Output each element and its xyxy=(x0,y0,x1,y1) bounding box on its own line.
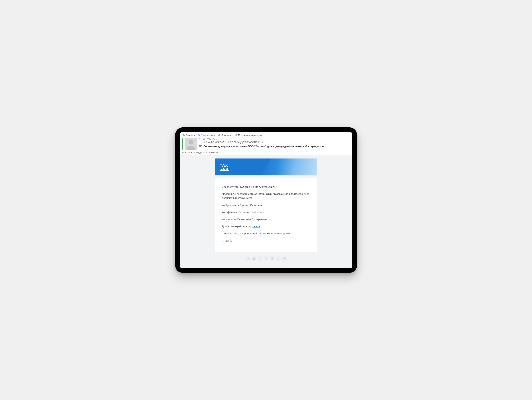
logo-line2: COM xyxy=(220,167,229,171)
email-from: ООО «Такском» <noreply@taxcom.ru> xyxy=(199,140,350,144)
accent-bar xyxy=(182,138,183,150)
thanks-line: Спасибо. xyxy=(222,239,310,243)
greeting-suffix: ! xyxy=(275,185,275,188)
im-label: Мгновенные сообщения xyxy=(238,134,263,136)
email-content-frame: TAX COM Здравствуйте, Булкаев Денис Анат… xyxy=(215,159,317,263)
forward-label: Переслать xyxy=(222,134,232,136)
cta-link[interactable]: ссылке xyxy=(252,225,260,228)
im-icon xyxy=(235,134,237,136)
employee-item: — Трофимов Даниил Иванович xyxy=(222,203,310,208)
taxcom-logo: TAX COM xyxy=(220,164,229,171)
social-ok[interactable] xyxy=(276,256,281,261)
intro-company: ООО "Такском" xyxy=(266,192,285,196)
cta-prefix: Для этого перейдите по xyxy=(222,225,252,228)
reply-all-button[interactable]: Ответить всем xyxy=(197,134,215,136)
employee-item: — Иванова Екатерина Дмитриевна xyxy=(222,217,310,222)
svg-point-5 xyxy=(278,258,279,259)
brand-banner: TAX COM xyxy=(215,159,317,175)
email-body-area[interactable]: TAX COM Здравствуйте, Булкаев Денис Анат… xyxy=(180,155,352,268)
greeting-line: Здравствуйте, Булкаев Денис Анатольевич! xyxy=(222,185,310,189)
social-row xyxy=(215,252,317,262)
email-card: Здравствуйте, Булкаев Денис Анатольевич!… xyxy=(215,178,317,252)
social-vk[interactable] xyxy=(258,256,262,261)
reply-all-label: Ответить всем xyxy=(201,134,215,136)
reply-label: Ответить xyxy=(185,134,195,136)
forward-button[interactable]: Переслать xyxy=(218,134,232,136)
presence-indicator xyxy=(189,152,190,153)
employee-item: — Ефимова Татьяна Семёновна xyxy=(222,210,310,215)
to-recipient: Булкаев Денис Анатольевич; xyxy=(191,151,218,154)
greeting-prefix: Здравствуйте, xyxy=(222,185,240,188)
intro-line: Подпишите доверенности от имени ООО "Так… xyxy=(222,192,310,200)
sender-avatar xyxy=(185,138,197,150)
svg-point-1 xyxy=(189,140,193,145)
svg-point-3 xyxy=(253,258,254,259)
social-twitter[interactable] xyxy=(270,256,275,261)
sender-line: Отправитель доверенностей Шилов Кирилл В… xyxy=(222,232,310,236)
greeting-name: Булкаев Денис Анатольевич xyxy=(240,185,275,188)
im-button[interactable]: Мгновенные сообщения xyxy=(235,134,263,136)
email-header: Ср 10.01.2024 12:03 ООО «Такском» <norep… xyxy=(180,137,352,150)
logo-line1: TAX xyxy=(220,164,229,167)
social-youtube[interactable] xyxy=(245,256,250,261)
reply-all-icon xyxy=(197,134,200,136)
forward-icon xyxy=(218,134,221,136)
social-instagram[interactable] xyxy=(251,256,256,261)
to-label: Кому xyxy=(182,151,187,154)
email-to-row: Кому Булкаев Денис Анатольевич; xyxy=(180,150,352,155)
email-toolbar: Ответить Ответить всем Переслать Мгновен… xyxy=(180,132,352,137)
email-subject: RE: Подпишите доверенности от имени ООО … xyxy=(199,145,350,148)
reply-button[interactable]: Ответить xyxy=(182,134,195,136)
social-gplus[interactable] xyxy=(282,256,287,261)
social-facebook[interactable] xyxy=(264,256,268,261)
tablet-frame: Ответить Ответить всем Переслать Мгновен… xyxy=(175,127,357,273)
intro-a: Подпишите доверенности от имени xyxy=(222,192,266,196)
screen: Ответить Ответить всем Переслать Мгновен… xyxy=(180,132,352,268)
reply-icon xyxy=(182,134,185,136)
cta-line: Для этого перейдите по ссылке xyxy=(222,224,310,229)
